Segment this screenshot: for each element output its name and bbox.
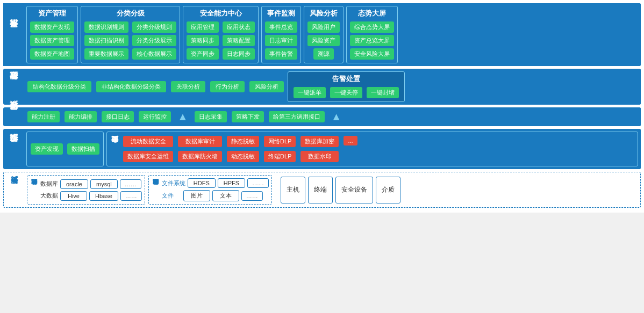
db-item-1[interactable]: mysql [90,179,118,189]
platform-group-event: 事件监测 事件总览 日志审计 事件告警 [261,6,301,63]
safety-items-grid: 流动数据安全 数据库安全运维 数据库审计 数据库防火墙 静态脱敏 动态脱敏 [122,135,635,163]
bigdata-item-0[interactable]: Hive [60,191,87,201]
analysis-item-4[interactable]: 风险分析 [249,81,284,92]
standalone-2[interactable]: 安全设备 [335,177,373,203]
platform-group-security: 安全能力中心 应用管理 策略同步 资产同步 应用状态 策略配置 日志同步 [183,6,259,63]
platform-label: 平台展示 [3,3,24,66]
safety-col-1: 数据库审计 数据库防火墙 [177,135,223,163]
analysis-label: 数据分析 [3,69,24,105]
alert-btn-0[interactable]: 一键派单 [294,87,326,98]
analysis-content: 结构化数据分级分类 非结构化数据分级分类 关联分析 行为分析 风险分析 告警处置… [24,69,641,105]
standalone-1[interactable]: 终端 [308,177,333,203]
analysis-item-3[interactable]: 行为分析 [210,81,245,92]
db-row: 数据库 oracle mysql …… [40,179,142,189]
analysis-item-0[interactable]: 结构化数据分级分类 [27,81,91,92]
standalone-3[interactable]: 介质 [376,177,400,203]
structured-container: 结构化数据 数据库 oracle mysql …… 大数据 Hive Hbase [27,175,145,205]
classification-item-01[interactable]: 数据扫描识别 [84,35,128,46]
event-item-1[interactable]: 日志审计 [265,35,297,46]
alert-btn-2[interactable]: 一键封堵 [367,87,399,98]
overview-item-0[interactable]: 综合态势大屏 [350,21,394,33]
overview-group-content: 综合态势大屏 资产总览大屏 安全风险大屏 [349,20,395,61]
interface-item-6[interactable]: 给第三方调用接口 [269,111,325,122]
interface-item-0[interactable]: 能力注册 [27,111,60,122]
file-item-2: …… [241,191,263,201]
interface-item-3[interactable]: 运行监控 [139,111,171,122]
safety-item-40[interactable]: 数据库加密 [300,136,339,147]
platform-group-overview: 态势大屏 综合态势大屏 资产总览大屏 安全风险大屏 [346,6,398,63]
risk-item-2[interactable]: 溯源 [313,48,334,60]
alert-btns: 一键派单 一键关停 一键封堵 [292,86,400,99]
event-item-0[interactable]: 事件总览 [265,21,297,33]
assets-label: 数据资产 [4,172,24,207]
assets-group-content: 数据资产发现 数据资产管理 数据资产地图 [29,20,75,61]
classification-item-11[interactable]: 分类分级展示 [132,35,176,46]
assets-item-0[interactable]: 数据资产发现 [30,21,74,33]
scan-discover-0[interactable]: 资产发现 [31,143,63,155]
interface-item-1[interactable]: 能力编排 [65,111,97,122]
platform-content: 资产管理 数据资产发现 数据资产管理 数据资产地图 分类分级 数据识别规则 数据… [24,3,641,66]
safety-item-01[interactable]: 数据库安全运维 [123,151,173,162]
fs-item-0[interactable]: HDFS [188,178,216,188]
arrow-up-interface: ▲ [177,111,188,123]
platform-group-assets: 资产管理 数据资产发现 数据资产管理 数据资产地图 [26,6,78,63]
interface-label: 接口管理 [3,107,24,126]
security-item-02[interactable]: 资产同步 [187,48,219,60]
file-item-0[interactable]: 图片 [183,190,210,201]
assets-item-1[interactable]: 数据资产管理 [30,35,74,46]
assets-section: 数据资产 结构化数据 数据库 oracle mysql …… 大数据 [3,172,641,208]
classification-col-1: 分类分级规则 分类分级展示 核心数据展示 [131,20,177,61]
classification-item-00[interactable]: 数据识别规则 [84,21,128,33]
safety-item-11[interactable]: 数据库防火墙 [178,151,222,162]
standalone-0[interactable]: 主机 [281,177,305,203]
scan-discover-1[interactable]: 数据扫描 [67,143,99,155]
db-item-2: …… [120,179,141,189]
alert-sub-title: 告警处置 [332,74,360,84]
risk-group-content: 风险用户 风险资产 溯源 [306,20,341,61]
overview-item-1[interactable]: 资产总览大屏 [350,35,394,46]
security-item-11[interactable]: 策略配置 [223,35,255,46]
safety-item-21[interactable]: 动态脱敏 [227,151,259,162]
event-item-2[interactable]: 事件告警 [265,48,297,60]
safety-item-10[interactable]: 数据库审计 [178,136,222,147]
safety-item-50[interactable]: ... [344,136,357,145]
fs-item-1[interactable]: HPFS [218,178,245,188]
security-item-01[interactable]: 策略同步 [187,35,219,46]
interface-item-5[interactable]: 策略下发 [232,111,264,122]
interface-item-4[interactable]: 日志采集 [195,111,227,122]
classification-item-02[interactable]: 重要数据展示 [84,48,128,60]
risk-item-1[interactable]: 风险资产 [307,35,340,46]
file-row: 文件 图片 文本 …… [162,190,269,201]
classification-group-title: 分类分级 [117,9,145,18]
safety-col-2: 静态脱敏 动态脱敏 [226,135,260,163]
safety-item-20[interactable]: 静态脱敏 [227,136,259,147]
safety-item-00[interactable]: 流动数据安全 [123,136,173,147]
interface-item-2[interactable]: 接口日志 [102,111,134,122]
analysis-item-1[interactable]: 非结构化数据分级分类 [96,81,166,92]
classification-item-10[interactable]: 分类分级规则 [132,21,176,33]
safety-item-41[interactable]: 数据水印 [300,151,339,162]
file-label: 文件 [162,192,181,200]
security-item-12[interactable]: 日志同步 [223,48,255,60]
risk-item-0[interactable]: 风险用户 [307,21,340,33]
db-item-0[interactable]: oracle [60,179,88,189]
classification-cols: 数据识别规则 数据扫描识别 重要数据展示 分类分级规则 分类分级展示 核心数据展… [83,20,177,61]
scan-section: 扫描引擎 资产发现 数据扫描 安全能力 流动数据安全 数据库安全运维 [3,129,641,169]
safety-item-31[interactable]: 终端DLP [264,151,296,162]
safety-item-30[interactable]: 网络DLP [264,136,296,147]
assets-item-2[interactable]: 数据资产地图 [30,48,74,60]
security-group-title: 安全能力中心 [200,9,242,18]
alert-btn-1[interactable]: 一键关停 [330,87,362,98]
analysis-section: 数据分析 结构化数据分级分类 非结构化数据分级分类 关联分析 行为分析 风险分析… [3,69,641,105]
classification-item-12[interactable]: 核心数据展示 [132,48,176,60]
safety-col-0: 流动数据安全 数据库安全运维 [122,135,174,163]
file-item-1[interactable]: 文本 [212,190,239,201]
security-item-00[interactable]: 应用管理 [187,21,219,33]
assets-content: 结构化数据 数据库 oracle mysql …… 大数据 Hive Hbase [24,172,640,207]
non-structured-table: 文件系统 HDFS HPFS …… 文件 图片 文本 …… [162,178,269,201]
bigdata-item-1[interactable]: Hbase [89,191,118,201]
overview-item-2[interactable]: 安全风险大屏 [350,48,394,60]
analysis-item-2[interactable]: 关联分析 [171,81,205,92]
filesystem-row: 文件系统 HDFS HPFS …… [162,178,269,188]
security-item-10[interactable]: 应用状态 [223,21,255,33]
